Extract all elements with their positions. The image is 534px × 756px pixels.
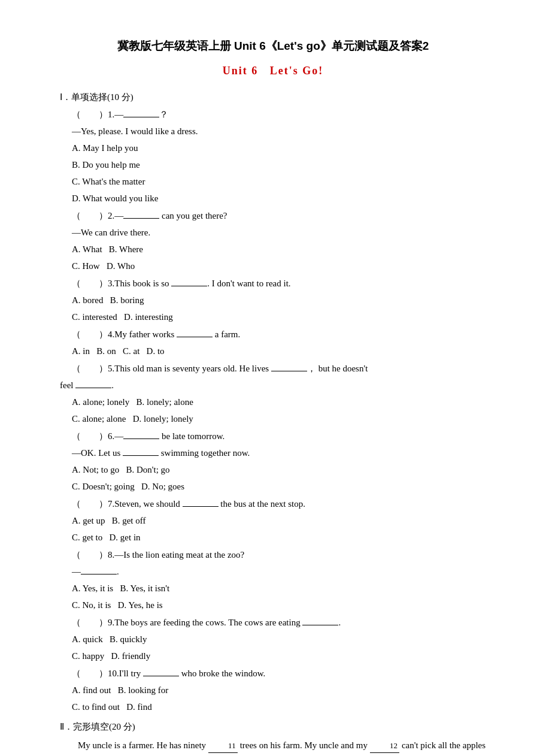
- q10-stem: （ ）10.I'll try who broke the window.: [72, 666, 486, 682]
- page-title: 冀教版七年级英语上册 Unit 6《Let's go》单元测试题及答案2: [60, 36, 486, 56]
- q3-optAB: A. bored B. boring: [72, 292, 486, 309]
- q1-optA: A. May I help you: [72, 140, 486, 156]
- q2-optCD: C. How D. Who: [72, 258, 486, 274]
- q9-optCD: C. happy D. friendly: [72, 648, 486, 664]
- q3-stem: （ ）3.This book is so . I don't want to r…: [72, 276, 486, 292]
- q8-stem: （ ）8.—Is the lion eating meat at the zoo…: [72, 547, 486, 563]
- section2-heading: Ⅱ．完形填空(20 分): [60, 719, 486, 735]
- q2-dialog: —We can drive there.: [72, 225, 486, 241]
- q6-optCD: C. Doesn't; going D. No; goes: [72, 479, 486, 495]
- q1-optB: B. Do you help me: [72, 157, 486, 173]
- q3-optCD: C. interested D. interesting: [72, 309, 486, 325]
- q2-stem: （ ）2.— can you get there?: [72, 208, 486, 224]
- section1: Ⅰ．单项选择(10 分) （ ）1.—？ —Yes, please. I wou…: [60, 89, 486, 715]
- q8-optCD: C. No, it is D. Yes, he is: [72, 597, 486, 613]
- q10-optAB: A. find out B. looking for: [72, 682, 486, 698]
- question-7: （ ）7.Steven, we should the bus at the ne…: [60, 496, 486, 546]
- q4-opts: A. in B. on C. at D. to: [72, 343, 486, 359]
- q9-optAB: A. quick B. quickly: [72, 631, 486, 648]
- question-10: （ ）10.I'll try who broke the window. A. …: [60, 666, 486, 715]
- q1-optC: C. What's the matter: [72, 174, 486, 190]
- q5-optAB: A. alone; lonely B. lonely; alone: [72, 394, 486, 410]
- section2-passage: My uncle is a farmer. He has ninety 11 t…: [60, 737, 486, 756]
- q7-stem: （ ）7.Steven, we should the bus at the ne…: [72, 496, 486, 512]
- q8-optAB: A. Yes, it is B. Yes, it isn't: [72, 580, 486, 597]
- q8-dialog: —.: [72, 564, 486, 580]
- subtitle: Unit 6 Let's Go!: [60, 61, 486, 80]
- question-1: （ ）1.—？ —Yes, please. I would like a dre…: [60, 107, 486, 207]
- question-2: （ ）2.— can you get there? —We can drive …: [60, 208, 486, 274]
- q9-stem: （ ）9.The boys are feeding the cows. The …: [72, 615, 486, 631]
- question-9: （ ）9.The boys are feeding the cows. The …: [60, 615, 486, 664]
- q4-stem: （ ）4.My father works a farm.: [72, 326, 486, 343]
- q1-dialog: —Yes, please. I would like a dress.: [72, 123, 486, 140]
- question-8: （ ）8.—Is the lion eating meat at the zoo…: [60, 547, 486, 613]
- question-3: （ ）3.This book is so . I don't want to r…: [60, 276, 486, 325]
- q10-optCD: C. to find out D. find: [72, 699, 486, 715]
- q2-optAB: A. What B. Where: [72, 241, 486, 258]
- q1-stem: （ ）1.—？: [72, 107, 486, 123]
- q5-optCD: C. alone; alone D. lonely; lonely: [72, 411, 486, 427]
- q6-dialog: —OK. Let us swimming together now.: [72, 445, 486, 461]
- q7-optAB: A. get up B. get off: [72, 513, 486, 529]
- section2: Ⅱ．完形填空(20 分) My uncle is a farmer. He ha…: [60, 719, 486, 756]
- question-4: （ ）4.My father works a farm. A. in B. on…: [60, 326, 486, 359]
- question-6: （ ）6.— be late tomorrow. —OK. Let us swi…: [60, 428, 486, 495]
- question-5: （ ）5.This old man is seventy years old. …: [60, 361, 486, 427]
- q5-stem: （ ）5.This old man is seventy years old. …: [72, 361, 486, 377]
- q5-stem2: feel .: [60, 377, 486, 394]
- q7-optCD: C. get to D. get in: [72, 530, 486, 546]
- section1-heading: Ⅰ．单项选择(10 分): [60, 89, 486, 105]
- q1-optD: D. What would you like: [72, 190, 486, 207]
- q6-stem: （ ）6.— be late tomorrow.: [72, 428, 486, 444]
- q6-optAB: A. Not; to go B. Don't; go: [72, 462, 486, 478]
- page-container: 冀教版七年级英语上册 Unit 6《Let's go》单元测试题及答案2 Uni…: [60, 36, 486, 756]
